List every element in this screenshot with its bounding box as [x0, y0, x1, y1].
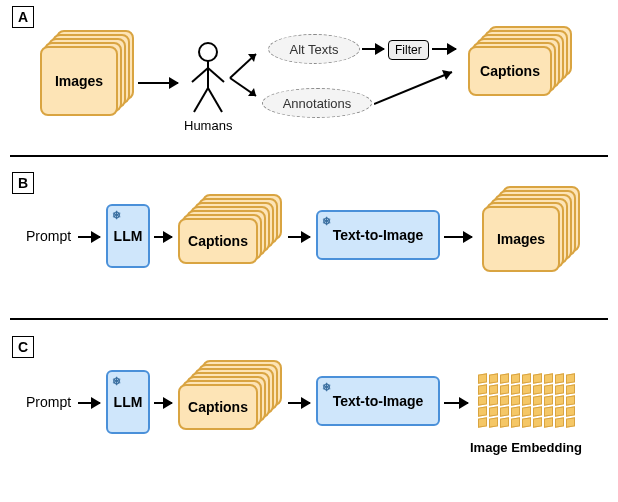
arrow-icon — [78, 236, 100, 238]
svg-line-5 — [208, 88, 222, 112]
panel-b-label: B — [12, 172, 34, 194]
arrow-icon — [362, 48, 384, 50]
captions-label-c: Captions — [188, 399, 248, 415]
snowflake-icon: ❄ — [322, 215, 331, 228]
images-stack-a: Images — [38, 42, 134, 120]
t2i-module-b: ❄ Text-to-Image — [316, 210, 440, 260]
arrow-icon — [444, 236, 472, 238]
snowflake-icon: ❄ — [112, 209, 121, 222]
prompt-label-b: Prompt — [26, 228, 71, 244]
filter-label: Filter — [395, 43, 422, 57]
arrow-icon — [154, 236, 172, 238]
captions-label-b: Captions — [188, 233, 248, 249]
img-embedding-label: Image Embedding — [470, 440, 582, 455]
divider-icon — [10, 318, 608, 320]
divider-icon — [10, 155, 608, 157]
captions-stack-a: Captions — [466, 40, 586, 110]
alt-texts-ellipse: Alt Texts — [268, 34, 360, 64]
arrow-icon — [138, 82, 178, 84]
arrow-icon — [288, 236, 310, 238]
svg-line-10 — [374, 72, 452, 104]
llm-label-c: LLM — [114, 394, 143, 410]
prompt-label-c: Prompt — [26, 394, 71, 410]
arrow-icon — [288, 402, 310, 404]
filter-box: Filter — [388, 40, 429, 60]
images-label-b: Images — [497, 231, 545, 247]
captions-stack-c: Captions — [178, 374, 298, 440]
image-embedding-grid — [478, 374, 575, 427]
llm-module-b: ❄ LLM — [106, 204, 150, 268]
arrow-icon — [228, 46, 268, 102]
svg-point-0 — [199, 43, 217, 61]
panel-c-label: C — [12, 336, 34, 358]
humans-label: Humans — [184, 118, 232, 133]
t2i-label-c: Text-to-Image — [333, 393, 424, 409]
panel-c: C Prompt ❄ LLM Captions ❄ Text-to-Image … — [0, 330, 618, 490]
panel-b: B Prompt ❄ LLM Captions ❄ Text-to-Image … — [0, 166, 618, 316]
snowflake-icon: ❄ — [112, 375, 121, 388]
arrow-icon — [154, 402, 172, 404]
human-icon — [186, 40, 230, 118]
t2i-label: Text-to-Image — [333, 227, 424, 243]
captions-stack-b: Captions — [178, 208, 298, 274]
arrow-icon — [78, 402, 100, 404]
arrow-icon — [444, 402, 468, 404]
images-stack-b: Images — [480, 198, 590, 282]
arrow-icon — [374, 64, 464, 110]
snowflake-icon: ❄ — [322, 381, 331, 394]
arrow-icon — [432, 48, 456, 50]
llm-label: LLM — [114, 228, 143, 244]
images-stack-label: Images — [55, 73, 103, 89]
svg-line-2 — [192, 68, 208, 82]
panel-a-label: A — [12, 6, 34, 28]
captions-stack-label: Captions — [480, 63, 540, 79]
t2i-module-c: ❄ Text-to-Image — [316, 376, 440, 426]
alt-texts-label: Alt Texts — [290, 42, 339, 57]
llm-module-c: ❄ LLM — [106, 370, 150, 434]
annotations-label: Annotations — [283, 96, 352, 111]
svg-line-4 — [194, 88, 208, 112]
svg-line-3 — [208, 68, 224, 82]
annotations-ellipse: Annotations — [262, 88, 372, 118]
panel-a: A Images Humans Alt Texts Annotations Fi… — [0, 0, 618, 160]
